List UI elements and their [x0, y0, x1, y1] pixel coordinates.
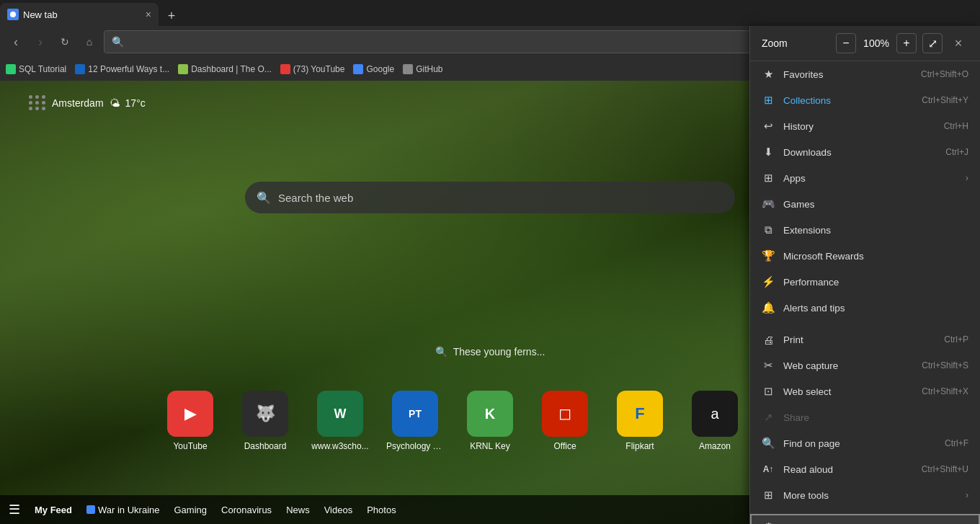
shortcut-dashboard[interactable]: 🐺 Dashboard [235, 391, 295, 451]
menu-item-label: Performance [783, 277, 839, 288]
home-button[interactable]: ⌂ [79, 32, 99, 52]
reload-button[interactable]: ↻ [55, 32, 75, 52]
apps-icon: ⊞ [762, 172, 775, 185]
menu-shortcut: Ctrl+Shift+U [922, 464, 968, 474]
shortcut-icon-office: ◻ [542, 391, 588, 437]
shortcut-flipkart[interactable]: F Flipkart [610, 391, 670, 451]
weather-emoji: 🌤 [110, 97, 120, 109]
shortcut-label: Psychology T... [386, 441, 444, 451]
shortcut-label: www.w3scho... [311, 441, 369, 451]
fav-label: SQL Tutorial [19, 64, 66, 74]
shortcut-youtube[interactable]: ▶ YouTube [160, 391, 220, 451]
apps-grid-icon[interactable] [29, 95, 46, 110]
downloads-icon: ⬇ [762, 146, 775, 159]
menu-item-label: More tools [783, 490, 829, 501]
bottom-myfeed[interactable]: My Feed [35, 505, 72, 515]
zoom-decrease-button[interactable]: − [836, 33, 856, 53]
webselect-icon: ⊡ [762, 385, 775, 398]
menu-item-favorites[interactable]: ★ Favorites Ctrl+Shift+O [750, 61, 980, 87]
bottom-gaming[interactable]: Gaming [174, 505, 208, 515]
tab-favicon [7, 9, 19, 20]
active-tab[interactable]: New tab × [0, 3, 159, 26]
menu-item-webcapture[interactable]: ✂ Web capture Ctrl+Shift+S [750, 352, 980, 378]
menu-shortcut: Ctrl+H [944, 121, 968, 131]
menu-item-performance[interactable]: ⚡ Performance [750, 269, 980, 295]
shortcut-psychology[interactable]: PT Psychology T... [385, 391, 445, 451]
menu-item-collections[interactable]: ⊞ Collections Ctrl+Shift+Y [750, 87, 980, 113]
weather-widget: Amsterdam 🌤 17°c [29, 95, 146, 110]
menu-item-readaloud[interactable]: A↑ Read aloud Ctrl+Shift+U [750, 456, 980, 482]
tab-bar: New tab × + [0, 0, 980, 26]
fav-item-github[interactable]: GitHub [403, 64, 442, 74]
menu-shortcut: Ctrl+J [945, 147, 968, 157]
bottom-war[interactable]: War in Ukraine [86, 505, 159, 515]
menu-item-label: Find on page [783, 438, 840, 449]
image-caption: 🔍 These young ferns... [435, 346, 545, 358]
menu-item-moretools[interactable]: ⊞ More tools › [750, 482, 980, 508]
shortcut-label: Dashboard [236, 441, 294, 451]
temperature: 17°c [125, 97, 146, 109]
menu-item-label: Print [783, 334, 803, 345]
svg-point-0 [10, 12, 16, 17]
shortcut-icon-dashboard: 🐺 [242, 391, 288, 437]
shortcut-icon-w3schools: W [317, 391, 363, 437]
forward-button[interactable]: › [30, 32, 50, 52]
menu-item-webselect[interactable]: ⊡ Web select Ctrl+Shift+X [750, 378, 980, 404]
new-tab-button[interactable]: + [161, 6, 182, 26]
tab-close-button[interactable]: × [146, 9, 151, 20]
shortcut-office[interactable]: ◻ Office [535, 391, 595, 451]
back-button[interactable]: ‹ [6, 32, 26, 52]
settings-icon: ⚙ [762, 520, 775, 524]
shortcut-amazon[interactable]: a Amazon [685, 391, 745, 451]
hamburger-menu[interactable]: ☰ [9, 502, 20, 518]
bottom-coronavirus[interactable]: Coronavirus [221, 505, 272, 515]
shortcut-label: YouTube [161, 441, 219, 451]
bottom-videos[interactable]: Videos [324, 505, 353, 515]
menu-close-button[interactable]: × [948, 33, 968, 53]
favorites-icon: ★ [762, 68, 775, 81]
performance-icon: ⚡ [762, 275, 775, 288]
menu-item-findonpage[interactable]: 🔍 Find on page Ctrl+F [750, 430, 980, 456]
menu-item-settings[interactable]: ⚙ Settings ↖ [750, 514, 980, 524]
menu-item-rewards[interactable]: 🏆 Microsoft Rewards [750, 243, 980, 269]
fav-item-google[interactable]: Google [353, 64, 394, 74]
fav-item-12powerful[interactable]: 12 Powerful Ways t... [75, 64, 169, 74]
shortcut-label: Flipkart [611, 441, 669, 451]
edge-menu: Zoom − 100% + ⤢ × ★ Favorites Ctrl+Shift… [749, 26, 980, 524]
menu-item-print[interactable]: 🖨 Print Ctrl+P [750, 327, 980, 352]
menu-item-apps[interactable]: ⊞ Apps › [750, 165, 980, 191]
shortcuts-grid: ▶ YouTube 🐺 Dashboard W www.w3scho... PT… [160, 391, 820, 451]
fav-label: GitHub [416, 64, 442, 74]
zoom-increase-button[interactable]: + [896, 33, 917, 53]
bottom-photos[interactable]: Photos [367, 505, 396, 515]
fav-label: 12 Powerful Ways t... [88, 64, 169, 74]
menu-item-label: History [783, 121, 814, 132]
menu-item-label: Alerts and tips [783, 303, 845, 314]
menu-shortcut: Ctrl+F [945, 438, 968, 448]
menu-item-label: Microsoft Rewards [783, 251, 864, 262]
menu-item-alerts[interactable]: 🔔 Alerts and tips [750, 295, 980, 321]
fav-item-sql[interactable]: SQL Tutorial [6, 64, 66, 74]
fav-favicon [353, 64, 363, 74]
menu-item-label: Games [783, 199, 815, 210]
shortcut-krnl[interactable]: K KRNL Key [460, 391, 520, 451]
zoom-label: Zoom [762, 37, 830, 49]
shortcut-label: Amazon [686, 441, 744, 451]
fav-item-youtube[interactable]: (73) YouTube [280, 64, 345, 74]
menu-item-downloads[interactable]: ⬇ Downloads Ctrl+J [750, 139, 980, 165]
shortcut-label: KRNL Key [461, 441, 519, 451]
shortcut-icon-krnl: K [467, 391, 513, 437]
search-input[interactable]: Search the web [278, 192, 723, 204]
shortcut-w3schools[interactable]: W www.w3scho... [310, 391, 370, 451]
menu-item-games[interactable]: 🎮 Games [750, 191, 980, 217]
search-box[interactable]: 🔍 Search the web [245, 182, 735, 213]
fav-item-dashboard[interactable]: Dashboard | The O... [178, 64, 272, 74]
menu-shortcut: Ctrl+Shift+S [922, 360, 968, 370]
zoom-fullscreen-button[interactable]: ⤢ [922, 33, 943, 53]
menu-item-history[interactable]: ↩ History Ctrl+H [750, 113, 980, 139]
games-icon: 🎮 [762, 197, 775, 210]
menu-item-extensions[interactable]: ⧉ Extensions [750, 217, 980, 243]
menu-item-label: Web capture [783, 360, 838, 371]
webcapture-icon: ✂ [762, 359, 775, 372]
bottom-news[interactable]: News [286, 505, 310, 515]
